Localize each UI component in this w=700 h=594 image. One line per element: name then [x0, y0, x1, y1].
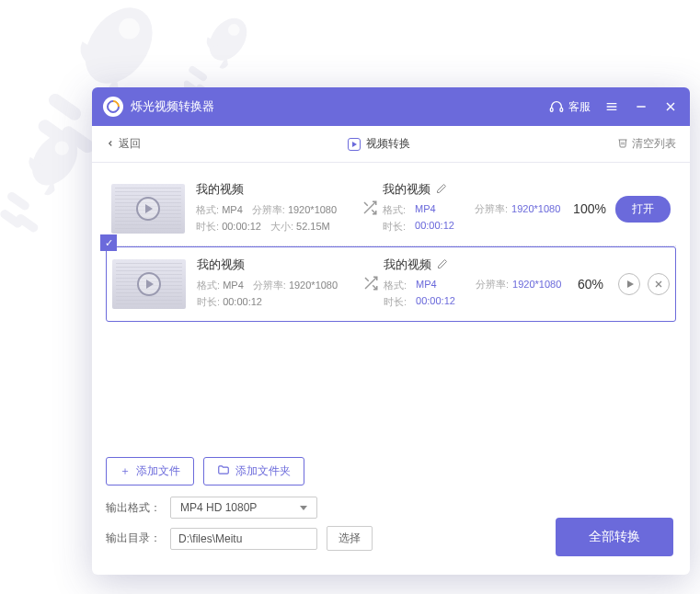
add-file-button[interactable]: ＋ 添加文件: [106, 457, 194, 485]
convert-all-button[interactable]: 全部转换: [556, 518, 673, 556]
edit-icon[interactable]: [436, 183, 447, 197]
output-resolution: 分辨率: 1920*1080: [475, 202, 567, 216]
add-folder-button[interactable]: 添加文件夹: [203, 457, 304, 485]
svg-line-28: [365, 278, 369, 281]
open-button[interactable]: 打开: [615, 196, 671, 223]
source-name: 我的视频: [197, 257, 358, 273]
bottom-panel: ＋ 添加文件 添加文件夹 输出格式： MP4 HD 1080P 输出目录： D:…: [92, 446, 690, 575]
target-info: 我的视频 格式: MP4 时长: 00:00:12: [383, 181, 475, 236]
conversion-list: ✓ 我的视频 格式: MP4 分辨率: 1920*1080 时长: 00:00:…: [92, 163, 690, 446]
toolbar: 返回 视频转换 清空列表: [92, 126, 690, 163]
titlebar: 烁光视频转换器 客服: [92, 87, 690, 126]
target-name: 我的视频: [383, 181, 430, 198]
output-resolution: 分辨率: 1920*1080: [476, 278, 568, 291]
output-format-select[interactable]: MP4 HD 1080P: [170, 497, 317, 519]
svg-rect-16: [560, 108, 563, 111]
chevron-down-icon: [300, 506, 307, 510]
clear-list-button[interactable]: 清空列表: [617, 136, 676, 152]
cancel-button[interactable]: [648, 273, 670, 295]
back-label: 返回: [119, 136, 141, 152]
video-icon: [348, 138, 361, 151]
trash-icon: [617, 137, 628, 151]
list-item[interactable]: 我的视频 格式: MP4 分辨率: 1920*1080 时长: 00:00:12…: [106, 246, 676, 322]
source-info: 我的视频 格式: MP4 分辨率: 1920*1080 时长: 00:00:12…: [196, 181, 357, 236]
svg-point-6: [228, 24, 240, 36]
back-button[interactable]: 返回: [106, 136, 141, 152]
svg-rect-12: [6, 190, 30, 211]
app-logo-icon: [103, 97, 123, 117]
svg-rect-15: [550, 108, 553, 111]
progress-percent: 60%: [568, 277, 614, 291]
video-thumbnail[interactable]: [112, 259, 186, 309]
target-name: 我的视频: [384, 257, 431, 273]
headset-icon: [548, 98, 565, 115]
support-button[interactable]: 客服: [548, 98, 591, 115]
svg-point-11: [55, 141, 69, 154]
minimize-button[interactable]: [633, 98, 649, 115]
svg-rect-7: [188, 64, 209, 82]
menu-button[interactable]: [603, 98, 620, 115]
tab-label: 视频转换: [366, 136, 410, 152]
app-window: 烁光视频转换器 客服 返回: [92, 87, 690, 575]
output-format-label: 输出格式：: [106, 500, 161, 516]
svg-rect-2: [46, 91, 84, 122]
tab-video-convert[interactable]: 视频转换: [141, 136, 617, 152]
target-info: 我的视频 格式: MP4 时长: 00:00:12: [384, 257, 476, 312]
rocket-decoration: [0, 129, 92, 234]
folder-icon: [217, 463, 230, 479]
list-item[interactable]: ✓ 我的视频 格式: MP4 分辨率: 1920*1080 时长: 00:00:…: [106, 172, 676, 246]
output-dir-label: 输出目录：: [106, 531, 161, 546]
convert-arrow-icon: [358, 275, 384, 293]
play-button[interactable]: [618, 273, 640, 295]
chevron-left-icon: [106, 138, 115, 151]
edit-icon[interactable]: [437, 258, 448, 272]
clear-list-label: 清空列表: [632, 136, 676, 152]
browse-button[interactable]: 选择: [327, 526, 373, 551]
plus-icon: ＋: [120, 463, 131, 479]
svg-point-1: [119, 18, 140, 40]
svg-line-25: [364, 202, 368, 206]
close-button[interactable]: [662, 98, 679, 115]
source-name: 我的视频: [196, 181, 357, 198]
source-info: 我的视频 格式: MP4 分辨率: 1920*1080 时长: 00:00:12: [197, 257, 358, 312]
support-label: 客服: [568, 99, 591, 115]
convert-arrow-icon: [357, 200, 383, 218]
progress-percent: 100%: [567, 201, 613, 216]
output-dir-input[interactable]: D:\files\Meitu: [170, 528, 317, 550]
video-thumbnail[interactable]: [111, 184, 185, 234]
app-title: 烁光视频转换器: [131, 98, 214, 115]
